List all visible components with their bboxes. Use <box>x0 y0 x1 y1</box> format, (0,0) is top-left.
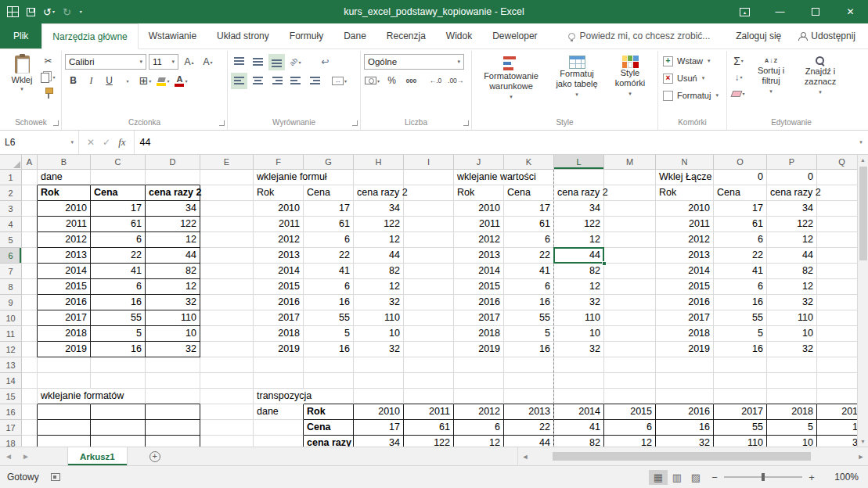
row-header-6[interactable]: 6 <box>0 248 22 264</box>
wrap-text-button[interactable]: ↩ <box>317 54 333 70</box>
cell-E3[interactable] <box>200 201 254 217</box>
cell-K9[interactable]: 16 <box>504 295 554 310</box>
row-header-7[interactable]: 7 <box>0 264 22 279</box>
cell-B15[interactable]: wklejanie formatów <box>38 389 91 404</box>
save-button[interactable] <box>27 8 35 16</box>
clipboard-dialog-launcher[interactable] <box>53 120 59 126</box>
cell-A10[interactable] <box>22 310 38 326</box>
cell-M10[interactable] <box>604 310 656 326</box>
cell-L15[interactable] <box>554 389 604 404</box>
number-format-combo[interactable]: Ogólne▾ <box>364 54 464 70</box>
cell-N2[interactable]: Rok <box>656 185 714 201</box>
cell-D18[interactable] <box>146 436 200 447</box>
cell-A3[interactable] <box>22 201 38 217</box>
row-header-10[interactable]: 10 <box>0 310 22 326</box>
cell-E1[interactable] <box>200 170 254 185</box>
cell-K4[interactable]: 61 <box>504 217 554 232</box>
font-size-combo[interactable]: 11▾ <box>149 54 178 70</box>
horizontal-scrollbar[interactable]: ◄ ► <box>517 447 868 465</box>
cell-P18[interactable]: 10 <box>767 436 817 447</box>
cell-O6[interactable]: 22 <box>714 248 767 264</box>
cell-A17[interactable] <box>22 420 38 436</box>
cell-L4[interactable]: 122 <box>554 217 604 232</box>
cell-I17[interactable]: 61 <box>404 420 454 436</box>
cell-O2[interactable]: Cena <box>714 185 767 201</box>
cell-O11[interactable]: 5 <box>714 326 767 342</box>
italic-button[interactable]: I <box>83 73 99 89</box>
cell-D2[interactable]: cena razy 2 <box>146 185 200 201</box>
cell-K8[interactable]: 6 <box>504 279 554 295</box>
column-header-L[interactable]: L <box>554 155 604 170</box>
cell-O10[interactable]: 55 <box>714 310 767 326</box>
cell-B12[interactable]: 2019 <box>38 342 91 357</box>
cell-M4[interactable] <box>604 217 656 232</box>
column-header-N[interactable]: N <box>656 155 714 170</box>
currency-format-button[interactable]: ▾ <box>364 73 380 89</box>
cell-N1[interactable]: Wklej Łącze <box>656 170 714 185</box>
cell-P17[interactable]: 5 <box>767 420 817 436</box>
cell-E9[interactable] <box>200 295 254 310</box>
row-header-13[interactable]: 13 <box>0 357 22 373</box>
cell-O18[interactable]: 110 <box>714 436 767 447</box>
cell-C6[interactable]: 22 <box>91 248 146 264</box>
cell-D8[interactable]: 12 <box>146 279 200 295</box>
cell-D9[interactable]: 32 <box>146 295 200 310</box>
cell-O17[interactable]: 55 <box>714 420 767 436</box>
increase-decimal-button[interactable]: ←.0 <box>427 73 444 89</box>
cell-M8[interactable] <box>604 279 656 295</box>
cell-G6[interactable]: 22 <box>304 248 354 264</box>
cell-L18[interactable]: 82 <box>554 436 604 447</box>
cell-P5[interactable]: 12 <box>767 232 817 248</box>
cell-K12[interactable]: 16 <box>504 342 554 357</box>
cell-P13[interactable] <box>767 357 817 373</box>
cell-C5[interactable]: 6 <box>91 232 146 248</box>
cell-M5[interactable] <box>604 232 656 248</box>
scroll-down-arrow[interactable]: ▼ <box>860 436 866 447</box>
zoom-slider-thumb[interactable] <box>762 473 765 481</box>
cell-I7[interactable] <box>404 264 454 279</box>
row-header-1[interactable]: 1 <box>0 170 22 185</box>
cell-I8[interactable] <box>404 279 454 295</box>
minimize-button[interactable]: — <box>762 0 798 23</box>
comma-format-button[interactable]: 000 <box>403 73 420 89</box>
cell-A4[interactable] <box>22 217 38 232</box>
cell-J16[interactable]: 2012 <box>454 404 504 420</box>
cell-L10[interactable]: 110 <box>554 310 604 326</box>
cell-P9[interactable]: 32 <box>767 295 817 310</box>
cell-G12[interactable]: 16 <box>304 342 354 357</box>
cell-F17[interactable] <box>254 420 304 436</box>
select-all-button[interactable] <box>0 155 22 170</box>
cell-J12[interactable]: 2019 <box>454 342 504 357</box>
cell-M3[interactable] <box>604 201 656 217</box>
cell-I1[interactable] <box>404 170 454 185</box>
row-header-2[interactable]: 2 <box>0 185 22 201</box>
cell-G11[interactable]: 5 <box>304 326 354 342</box>
horizontal-scroll-thumb[interactable] <box>553 452 811 461</box>
cell-J18[interactable]: 12 <box>454 436 504 447</box>
cell-G17[interactable]: Cena <box>304 420 354 436</box>
ribbon-tab-narzędzia-główne[interactable]: Narzędzia główne <box>41 23 138 49</box>
cell-G8[interactable]: 6 <box>304 279 354 295</box>
paste-button[interactable]: Wklej ▾ <box>4 52 40 92</box>
cell-K3[interactable]: 17 <box>504 201 554 217</box>
cell-O1[interactable]: 0 <box>714 170 767 185</box>
cell-F8[interactable]: 2015 <box>254 279 304 295</box>
increase-indent-button[interactable] <box>306 73 322 89</box>
copy-button[interactable]: ▾ <box>40 69 56 85</box>
bold-button[interactable]: B <box>65 73 81 89</box>
cell-L16[interactable]: 2014 <box>554 404 604 420</box>
cell-O8[interactable]: 6 <box>714 279 767 295</box>
column-header-G[interactable]: G <box>304 155 354 170</box>
cell-G14[interactable] <box>304 373 354 389</box>
font-dialog-launcher[interactable] <box>219 120 225 126</box>
cell-B8[interactable]: 2015 <box>38 279 91 295</box>
cell-N4[interactable]: 2011 <box>656 217 714 232</box>
insert-cells-button[interactable]: + Wstaw▾ <box>661 52 723 70</box>
cell-I16[interactable]: 2011 <box>404 404 454 420</box>
cell-J14[interactable] <box>454 373 504 389</box>
cell-F5[interactable]: 2012 <box>254 232 304 248</box>
align-top-button[interactable] <box>231 54 247 70</box>
cell-I10[interactable] <box>404 310 454 326</box>
tab-file[interactable]: Plik <box>0 23 41 48</box>
cell-I12[interactable] <box>404 342 454 357</box>
